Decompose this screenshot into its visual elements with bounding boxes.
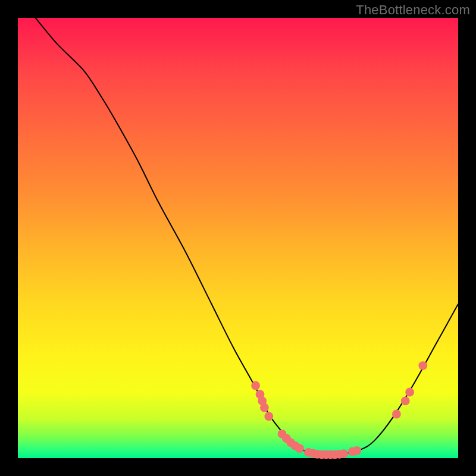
data-marker xyxy=(352,446,361,455)
bottleneck-curve xyxy=(36,18,458,455)
data-marker xyxy=(339,449,348,458)
chart-frame: TheBottleneck.com xyxy=(0,0,476,476)
data-marker xyxy=(251,381,260,390)
data-marker xyxy=(401,396,410,405)
data-marker xyxy=(295,444,304,453)
data-marker xyxy=(392,410,401,419)
data-marker xyxy=(405,388,414,397)
data-marker xyxy=(260,403,269,412)
chart-svg xyxy=(18,18,458,458)
data-marker xyxy=(264,412,273,421)
plot-area xyxy=(18,18,458,458)
data-markers xyxy=(251,361,427,459)
watermark-text: TheBottleneck.com xyxy=(356,2,470,18)
data-marker xyxy=(418,361,427,370)
